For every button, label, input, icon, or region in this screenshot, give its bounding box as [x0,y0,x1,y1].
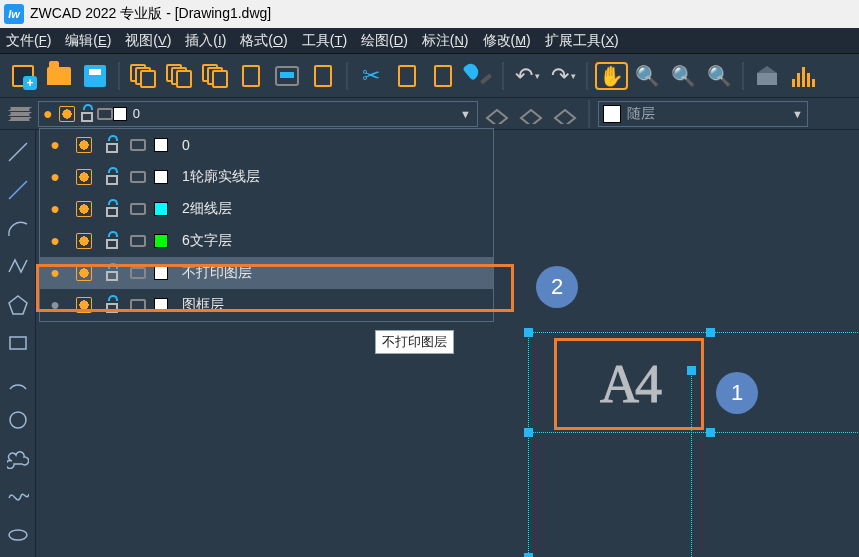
layer-properties-button[interactable] [6,103,34,125]
layer-color-swatch[interactable] [154,138,168,152]
new-button[interactable]: + [6,59,40,93]
lock-icon[interactable] [106,233,122,249]
draw-toolbar [0,130,36,557]
chevron-down-icon: ▼ [792,108,803,120]
more-sheets-button[interactable] [198,59,232,93]
menu-modify[interactable]: 修改(M) [483,32,531,50]
print-button[interactable] [270,59,304,93]
layer-item-text[interactable]: ● 6文字层 [40,225,493,257]
menu-extension[interactable]: 扩展工具(X) [545,32,619,50]
svg-point-7 [10,412,26,428]
layer-color-swatch[interactable] [154,266,168,280]
menu-file[interactable]: 文件(F) [6,32,51,50]
pan-button[interactable]: ✋ [594,59,628,93]
paste-button[interactable] [426,59,460,93]
line-tool[interactable] [5,140,31,164]
menu-dimension[interactable]: 标注(N) [422,32,469,50]
sheets-button[interactable] [162,59,196,93]
svg-line-3 [9,143,27,161]
polygon-tool[interactable] [5,293,31,317]
undo-button[interactable]: ↶▾ [510,59,544,93]
selection-handle[interactable] [524,553,533,557]
color-bylayer-swatch [603,105,621,123]
bulb-on-icon[interactable]: ● [44,200,62,218]
print-flag-icon[interactable] [130,267,146,279]
menu-draw[interactable]: 绘图(D) [361,32,408,50]
selection-handle[interactable] [706,428,715,437]
match-properties-button[interactable] [462,59,496,93]
lock-icon[interactable] [106,201,122,217]
lock-icon[interactable] [106,169,122,185]
freeze-icon[interactable] [76,233,92,249]
copy-button[interactable] [390,59,424,93]
polyline-tool[interactable] [5,255,31,279]
title-bar: Iw ZWCAD 2022 专业版 - [Drawing1.dwg] [0,0,859,28]
print-flag-icon[interactable] [130,139,146,151]
tooltip: 不打印图层 [375,330,454,354]
layer-item-frame[interactable]: ● 图框层 [40,289,493,321]
layer-color-swatch[interactable] [154,234,168,248]
bulb-off-icon[interactable]: ● [44,296,62,314]
freeze-icon[interactable] [76,137,92,153]
selection-handle[interactable] [706,328,715,337]
chevron-down-icon: ▼ [460,108,477,120]
lock-icon[interactable] [106,137,122,153]
layer-item-thin[interactable]: ● 2细线层 [40,193,493,225]
svg-marker-2 [555,110,575,124]
open-button[interactable] [42,59,76,93]
selection-handle[interactable] [524,428,533,437]
layer-item-noprint[interactable]: ● 不打印图层 [40,257,493,289]
freeze-icon[interactable] [76,169,92,185]
layer-color-swatch[interactable] [154,298,168,312]
menu-view[interactable]: 视图(V) [125,32,171,50]
layer-tool-button-3[interactable] [550,103,580,125]
layer-tool-button-2[interactable] [516,103,546,125]
lock-icon[interactable] [106,297,122,313]
arc-tool[interactable] [5,217,31,241]
layer-selector[interactable]: ● 0 ▼ ● 0 ● 1轮廓实线层 [38,101,478,127]
layer-item-outline[interactable]: ● 1轮廓实线层 [40,161,493,193]
layer-item-0[interactable]: ● 0 [40,129,493,161]
zoom-previous-button[interactable]: 🔍 [702,59,736,93]
color-selector[interactable]: 随层 ▼ [598,101,808,127]
print-flag-icon[interactable] [130,235,146,247]
layer-tool-button-1[interactable] [482,103,512,125]
print-flag-icon[interactable] [130,203,146,215]
plot-preview-button[interactable] [306,59,340,93]
menu-format[interactable]: 格式(O) [240,32,287,50]
save-all-button[interactable] [126,59,160,93]
toolbar-separator [346,62,348,90]
menu-edit[interactable]: 编辑(E) [65,32,111,50]
revision-cloud-tool[interactable] [5,446,31,470]
bulb-on-icon[interactable]: ● [44,136,62,154]
layer-color-swatch[interactable] [154,202,168,216]
save-button[interactable] [78,59,112,93]
zoom-window-button[interactable]: 🔍 [666,59,700,93]
arc-2-tool[interactable] [5,370,31,394]
freeze-icon[interactable] [76,265,92,281]
properties-panel-button[interactable] [786,59,820,93]
export-button[interactable] [234,59,268,93]
print-flag-icon[interactable] [130,299,146,311]
ellipse-tool[interactable] [5,523,31,547]
menu-insert[interactable]: 插入(I) [185,32,226,50]
bulb-on-icon[interactable]: ● [44,264,62,282]
bulb-on-icon[interactable]: ● [44,168,62,186]
construction-line-tool[interactable] [5,178,31,202]
bulb-on-icon[interactable]: ● [44,232,62,250]
freeze-icon[interactable] [76,201,92,217]
spline-tool[interactable] [5,484,31,508]
selection-handle[interactable] [524,328,533,337]
view-3d-button[interactable] [750,59,784,93]
rectangle-tool[interactable] [5,331,31,355]
zoom-realtime-button[interactable]: 🔍 [630,59,664,93]
lock-icon[interactable] [106,265,122,281]
cut-button[interactable]: ✂ [354,59,388,93]
redo-button[interactable]: ↷▾ [546,59,580,93]
menu-tools[interactable]: 工具(T) [302,32,347,50]
callout-2: 2 [536,266,578,308]
print-flag-icon[interactable] [130,171,146,183]
layer-color-swatch[interactable] [154,170,168,184]
freeze-icon[interactable] [76,297,92,313]
circle-tool[interactable] [5,408,31,432]
